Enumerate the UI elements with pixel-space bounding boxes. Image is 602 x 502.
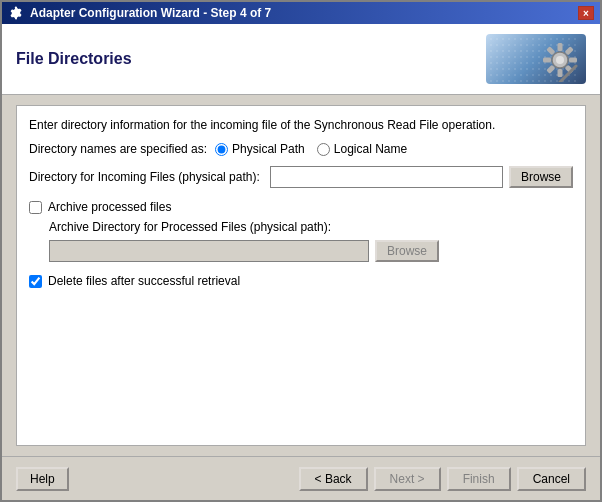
close-button[interactable]: ×	[578, 6, 594, 20]
incoming-files-row: Directory for Incoming Files (physical p…	[29, 166, 573, 188]
logical-name-option[interactable]: Logical Name	[317, 142, 407, 156]
wizard-window: Adapter Configuration Wizard - Step 4 of…	[0, 0, 602, 502]
archive-dir-input[interactable]	[49, 240, 369, 262]
footer-left: Help	[16, 467, 69, 491]
header-gear-icon	[538, 38, 582, 82]
archive-checkbox-row[interactable]: Archive processed files	[29, 200, 573, 214]
finish-button[interactable]: Finish	[447, 467, 511, 491]
svg-rect-9	[558, 69, 563, 77]
info-text: Enter directory information for the inco…	[29, 118, 573, 132]
header-logo	[486, 34, 586, 84]
main-content: Enter directory information for the inco…	[2, 95, 600, 456]
archive-checkbox[interactable]	[29, 201, 42, 214]
footer: Help < Back Next > Finish Cancel	[2, 456, 600, 500]
physical-path-label: Physical Path	[232, 142, 305, 156]
archive-dir-label: Archive Directory for Processed Files (p…	[49, 220, 573, 234]
delete-checkbox-label: Delete files after successful retrieval	[48, 274, 240, 288]
footer-right: < Back Next > Finish Cancel	[299, 467, 586, 491]
help-button[interactable]: Help	[16, 467, 69, 491]
title-bar-left: Adapter Configuration Wizard - Step 4 of…	[8, 5, 271, 21]
incoming-files-label: Directory for Incoming Files (physical p…	[29, 170, 260, 184]
back-button[interactable]: < Back	[299, 467, 368, 491]
svg-rect-11	[543, 58, 551, 63]
directory-spec-row: Directory names are specified as: Physic…	[29, 142, 573, 156]
directory-spec-label: Directory names are specified as:	[29, 142, 207, 156]
browse-archive-button[interactable]: Browse	[375, 240, 439, 262]
physical-path-radio[interactable]	[215, 143, 228, 156]
delete-checkbox[interactable]	[29, 275, 42, 288]
logical-name-label: Logical Name	[334, 142, 407, 156]
title-bar: Adapter Configuration Wizard - Step 4 of…	[2, 2, 600, 24]
radio-group: Physical Path Logical Name	[215, 142, 407, 156]
next-button[interactable]: Next >	[374, 467, 441, 491]
archive-checkbox-label: Archive processed files	[48, 200, 171, 214]
title-gear-icon	[8, 5, 24, 21]
archive-sub-section: Archive Directory for Processed Files (p…	[49, 220, 573, 262]
cancel-button[interactable]: Cancel	[517, 467, 586, 491]
incoming-files-input[interactable]	[270, 166, 503, 188]
header-title: File Directories	[16, 50, 132, 68]
archive-dir-row: Browse	[49, 240, 573, 262]
svg-rect-5	[558, 43, 563, 51]
header-section: File Directories	[2, 24, 600, 95]
logical-name-radio[interactable]	[317, 143, 330, 156]
title-text: Adapter Configuration Wizard - Step 4 of…	[30, 6, 271, 20]
content-box: Enter directory information for the inco…	[16, 105, 586, 446]
physical-path-option[interactable]: Physical Path	[215, 142, 305, 156]
svg-rect-7	[569, 58, 577, 63]
browse-incoming-button[interactable]: Browse	[509, 166, 573, 188]
svg-point-4	[556, 56, 564, 64]
delete-checkbox-row[interactable]: Delete files after successful retrieval	[29, 274, 573, 288]
